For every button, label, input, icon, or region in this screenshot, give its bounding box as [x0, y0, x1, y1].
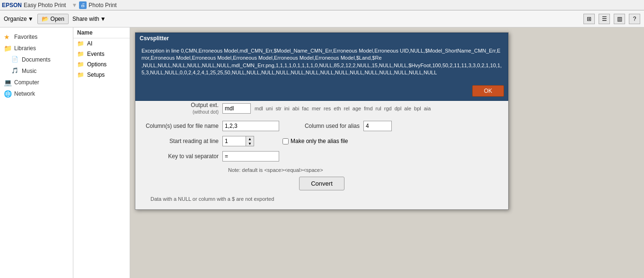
columns-file-field[interactable]: [222, 121, 279, 131]
file-item-options[interactable]: 📁 Options: [73, 59, 130, 70]
make-alias-container: Make only the alias file: [282, 136, 348, 146]
key-val-label: Key to val separator: [143, 153, 219, 160]
output-ext-label: Output ext.(without dot): [143, 102, 219, 115]
column-alias-label: Column used for alias: [298, 123, 360, 129]
file-item-ai[interactable]: 📁 AI: [73, 38, 130, 49]
file-item-ai-label: AI: [87, 40, 92, 47]
footer-note: Data with a NULL or column with a $ are …: [143, 194, 501, 204]
photo-title: Photo Print: [88, 2, 116, 9]
spinner-buttons: ▲ ▼: [246, 136, 254, 146]
view-grid-icon[interactable]: ⊞: [583, 14, 595, 24]
error-message-2: ,NULL,NULL,NULL,NULL,NULL,NULL,mdl_CMN_E…: [141, 62, 502, 77]
output-ext-row: Output ext.(without dot) mdl uni str ini…: [143, 102, 501, 115]
computer-icon: 💻: [4, 79, 11, 86]
error-dialog-body: Exception in line 0,CMN,Erroneous Model,…: [136, 44, 508, 81]
spinner-down-button[interactable]: ▼: [246, 141, 254, 146]
note-text: Note: default is <space><equal><space>: [228, 167, 501, 173]
columns-file-label: Column(s) used for file name: [143, 123, 219, 129]
file-area: Name 📁 AI 📁 Events 📁 Options 📁 Setups: [73, 27, 130, 278]
photo-print-section: 🖨 Photo Print: [79, 1, 116, 9]
sidebar-item-documents-label: Documents: [22, 56, 51, 63]
organize-dropdown[interactable]: Organize ▼: [4, 16, 34, 22]
start-reading-row: Start reading at line ▲ ▼: [143, 136, 254, 146]
make-alias-checkbox[interactable]: [282, 138, 289, 144]
content-area: CSV file to AGE data files 0.85 ✕ Input …: [130, 27, 644, 278]
toolbar: Organize ▼ 📂 Open Share with ▼ ⊞ ☰ ▥ ?: [0, 10, 644, 27]
folder-ai-icon: 📁: [77, 40, 84, 47]
music-icon: 🎵: [11, 67, 19, 75]
folder-setups-icon: 📁: [77, 72, 84, 78]
organize-label: Organize: [4, 16, 27, 22]
sidebar-item-music-label: Music: [22, 68, 36, 74]
toolbar-right: ⊞ ☰ ▥ ?: [583, 14, 640, 24]
share-label: Share with: [72, 16, 99, 22]
ext-list: mdl uni str ini abi fac mer res eth rel …: [255, 106, 431, 111]
photo-icon: 🖨: [79, 1, 87, 9]
error-dialog-footer: OK: [136, 81, 508, 100]
key-val-field[interactable]: [222, 151, 279, 161]
error-dialog: Csvsplitter Exception in line 0,CMN,Erro…: [135, 33, 508, 101]
output-ext-field[interactable]: [222, 103, 251, 114]
convert-button[interactable]: Convert: [299, 177, 344, 190]
make-alias-label: Make only the alias file: [291, 138, 348, 144]
view-details-icon[interactable]: ☰: [599, 14, 610, 24]
file-area-header: Name: [73, 27, 130, 38]
sidebar-item-network-label: Network: [14, 90, 35, 97]
error-dialog-title: Csvsplitter: [140, 35, 169, 42]
star-icon: ★: [4, 33, 11, 41]
share-dropdown[interactable]: Share with ▼: [72, 16, 106, 22]
network-icon: 🌐: [4, 90, 11, 98]
open-label: Open: [51, 16, 64, 22]
file-item-setups[interactable]: 📁 Setups: [73, 70, 130, 80]
file-item-options-label: Options: [87, 61, 106, 68]
error-dialog-titlebar: Csvsplitter: [136, 33, 508, 44]
sidebar-item-libraries[interactable]: 📁 Libraries: [0, 43, 73, 54]
start-reading-label: Start reading at line: [143, 138, 219, 144]
sidebar-item-libraries-label: Libraries: [14, 45, 36, 52]
column-alias-field[interactable]: [363, 121, 392, 131]
organize-arrow: ▼: [28, 16, 34, 22]
file-item-events[interactable]: 📁 Events: [73, 49, 130, 59]
error-ok-button[interactable]: OK: [472, 85, 504, 97]
folder-options-icon: 📁: [77, 61, 84, 68]
start-reading-field[interactable]: [222, 136, 246, 146]
sidebar-item-computer-label: Computer: [14, 79, 39, 86]
columns-file-row: Column(s) used for file name: [143, 121, 279, 131]
sidebar-item-favorites[interactable]: ★ Favorites: [0, 31, 73, 43]
sidebar-item-network[interactable]: 🌐 Network: [0, 88, 73, 99]
start-reading-spinner[interactable]: ▲ ▼: [222, 136, 254, 146]
column-alias-row: Column used for alias: [298, 121, 392, 131]
open-icon: 📂: [42, 16, 49, 22]
documents-icon: 📄: [11, 56, 19, 63]
app-label: Easy Photo Print: [24, 2, 66, 9]
sidebar: ★ Favorites 📁 Libraries 📄 Documents 🎵 Mu…: [0, 27, 73, 278]
error-message-1: Exception in line 0,CMN,Erroneous Model,…: [141, 47, 502, 62]
top-bar: EPSON Easy Photo Print ▼ 🖨 Photo Print: [0, 0, 644, 10]
sidebar-item-favorites-label: Favorites: [14, 34, 37, 40]
key-val-row: Key to val separator: [143, 151, 501, 161]
brand-label: EPSON: [2, 2, 22, 9]
csv-dialog: CSV file to AGE data files 0.85 ✕ Input …: [135, 32, 509, 210]
main-layout: ★ Favorites 📁 Libraries 📄 Documents 🎵 Mu…: [0, 27, 644, 278]
libraries-icon: 📁: [4, 45, 11, 52]
sidebar-item-documents[interactable]: 📄 Documents: [0, 54, 73, 65]
help-icon[interactable]: ?: [629, 14, 640, 24]
view-pane-icon[interactable]: ▥: [614, 14, 625, 24]
open-button[interactable]: 📂 Open: [37, 14, 69, 24]
share-arrow: ▼: [100, 16, 106, 22]
form-section: Output ext.(without dot) mdl uni str ini…: [135, 96, 508, 209]
spinner-up-button[interactable]: ▲: [246, 136, 254, 141]
file-item-events-label: Events: [87, 51, 105, 57]
file-item-setups-label: Setups: [87, 72, 105, 78]
sidebar-item-music[interactable]: 🎵 Music: [0, 65, 73, 77]
folder-events-icon: 📁: [77, 51, 84, 57]
sidebar-item-computer[interactable]: 💻 Computer: [0, 77, 73, 88]
sep-icon: ▼: [71, 2, 77, 9]
